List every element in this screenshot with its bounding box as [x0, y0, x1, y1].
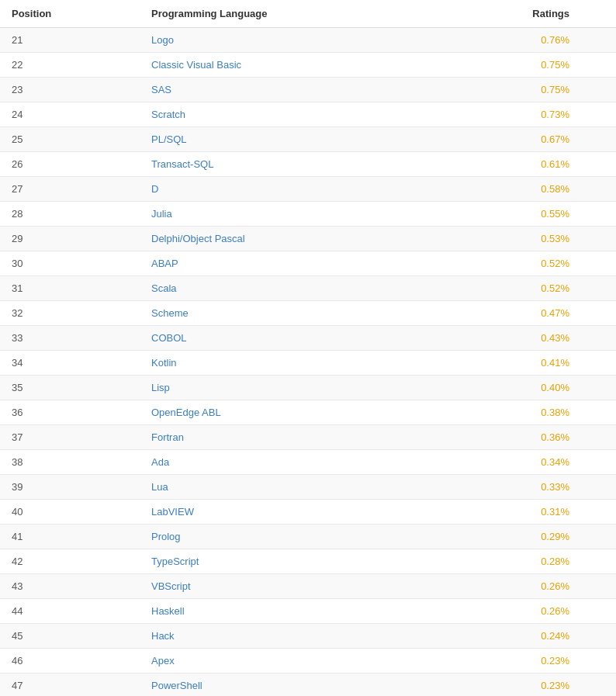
position-cell: 39: [0, 475, 140, 500]
position-cell: 38: [0, 450, 140, 475]
language-cell[interactable]: VBScript: [140, 574, 465, 599]
language-link[interactable]: Fortran: [151, 431, 184, 443]
table-row: 33COBOL0.43%: [0, 326, 616, 351]
language-cell[interactable]: Ada: [140, 450, 465, 475]
table-row: 37Fortran0.36%: [0, 425, 616, 450]
language-cell[interactable]: Scheme: [140, 301, 465, 326]
rating-cell: 0.61%: [465, 152, 616, 177]
language-cell[interactable]: Transact-SQL: [140, 152, 465, 177]
rating-cell: 0.34%: [465, 450, 616, 475]
rating-cell: 0.26%: [465, 574, 616, 599]
position-cell: 28: [0, 202, 140, 227]
ratings-header: Ratings: [465, 0, 616, 28]
rating-cell: 0.28%: [465, 549, 616, 574]
language-link[interactable]: OpenEdge ABL: [151, 407, 221, 418]
language-link[interactable]: Lua: [151, 481, 168, 493]
rating-cell: 0.24%: [465, 624, 616, 649]
language-link[interactable]: Apex: [151, 655, 175, 667]
rating-cell: 0.23%: [465, 673, 616, 697]
rating-cell: 0.23%: [465, 649, 616, 673]
language-link[interactable]: Classic Visual Basic: [151, 59, 241, 71]
position-cell: 42: [0, 549, 140, 574]
rating-cell: 0.52%: [465, 251, 616, 276]
rating-cell: 0.58%: [465, 177, 616, 202]
language-link[interactable]: Kotlin: [151, 357, 177, 369]
language-cell[interactable]: LabVIEW: [140, 500, 465, 525]
rating-cell: 0.40%: [465, 376, 616, 400]
rating-cell: 0.33%: [465, 475, 616, 500]
language-cell[interactable]: Apex: [140, 649, 465, 673]
language-cell[interactable]: Scala: [140, 276, 465, 301]
language-link[interactable]: VBScript: [151, 580, 191, 592]
rating-cell: 0.43%: [465, 326, 616, 351]
position-cell: 35: [0, 376, 140, 400]
language-link[interactable]: Julia: [151, 208, 172, 220]
language-link[interactable]: Ada: [151, 456, 169, 468]
language-link[interactable]: PL/SQL: [151, 133, 187, 145]
language-cell[interactable]: D: [140, 177, 465, 202]
table-row: 29Delphi/Object Pascal0.53%: [0, 227, 616, 251]
position-cell: 32: [0, 301, 140, 326]
language-link[interactable]: ABAP: [151, 258, 178, 269]
language-link[interactable]: PowerShell: [151, 680, 202, 691]
language-link[interactable]: TypeScript: [151, 556, 199, 567]
language-link[interactable]: Logo: [151, 34, 174, 46]
table-row: 42TypeScript0.28%: [0, 549, 616, 574]
rating-cell: 0.29%: [465, 525, 616, 549]
position-cell: 45: [0, 624, 140, 649]
position-cell: 34: [0, 351, 140, 376]
language-cell[interactable]: COBOL: [140, 326, 465, 351]
table-row: 25PL/SQL0.67%: [0, 127, 616, 152]
language-link[interactable]: Haskell: [151, 605, 185, 617]
language-link[interactable]: Scala: [151, 282, 177, 294]
language-cell[interactable]: Fortran: [140, 425, 465, 450]
language-cell[interactable]: OpenEdge ABL: [140, 400, 465, 425]
rating-cell: 0.73%: [465, 102, 616, 127]
language-link[interactable]: SAS: [151, 84, 171, 95]
language-cell[interactable]: PowerShell: [140, 673, 465, 697]
language-link[interactable]: LabVIEW: [151, 506, 194, 518]
table-row: 40LabVIEW0.31%: [0, 500, 616, 525]
rating-cell: 0.41%: [465, 351, 616, 376]
main-container: Position Programming Language Ratings 21…: [0, 0, 616, 696]
language-cell[interactable]: Prolog: [140, 525, 465, 549]
position-cell: 23: [0, 78, 140, 102]
language-cell[interactable]: Logo: [140, 28, 465, 53]
language-cell[interactable]: SAS: [140, 78, 465, 102]
language-cell[interactable]: Lua: [140, 475, 465, 500]
rating-cell: 0.38%: [465, 400, 616, 425]
language-link[interactable]: COBOL: [151, 332, 187, 344]
language-cell[interactable]: Kotlin: [140, 351, 465, 376]
language-link[interactable]: Lisp: [151, 382, 170, 393]
position-cell: 46: [0, 649, 140, 673]
language-cell[interactable]: Lisp: [140, 376, 465, 400]
position-cell: 30: [0, 251, 140, 276]
position-cell: 24: [0, 102, 140, 127]
language-cell[interactable]: Scratch: [140, 102, 465, 127]
language-link[interactable]: Prolog: [151, 531, 181, 542]
language-link[interactable]: Transact-SQL: [151, 158, 213, 170]
position-cell: 29: [0, 227, 140, 251]
language-cell[interactable]: ABAP: [140, 251, 465, 276]
position-cell: 43: [0, 574, 140, 599]
rating-cell: 0.67%: [465, 127, 616, 152]
language-link[interactable]: Hack: [151, 630, 175, 642]
position-cell: 27: [0, 177, 140, 202]
language-cell[interactable]: TypeScript: [140, 549, 465, 574]
language-link[interactable]: Scratch: [151, 109, 185, 120]
language-cell[interactable]: Haskell: [140, 599, 465, 624]
position-header: Position: [0, 0, 140, 28]
position-cell: 44: [0, 599, 140, 624]
rating-cell: 0.53%: [465, 227, 616, 251]
language-link[interactable]: Delphi/Object Pascal: [151, 233, 245, 244]
language-cell[interactable]: Classic Visual Basic: [140, 53, 465, 78]
language-cell[interactable]: PL/SQL: [140, 127, 465, 152]
rating-cell: 0.31%: [465, 500, 616, 525]
language-cell[interactable]: Julia: [140, 202, 465, 227]
language-cell[interactable]: Delphi/Object Pascal: [140, 227, 465, 251]
rating-cell: 0.52%: [465, 276, 616, 301]
language-link[interactable]: Scheme: [151, 307, 189, 319]
language-cell[interactable]: Hack: [140, 624, 465, 649]
language-link[interactable]: D: [151, 183, 158, 195]
table-row: 46Apex0.23%: [0, 649, 616, 673]
